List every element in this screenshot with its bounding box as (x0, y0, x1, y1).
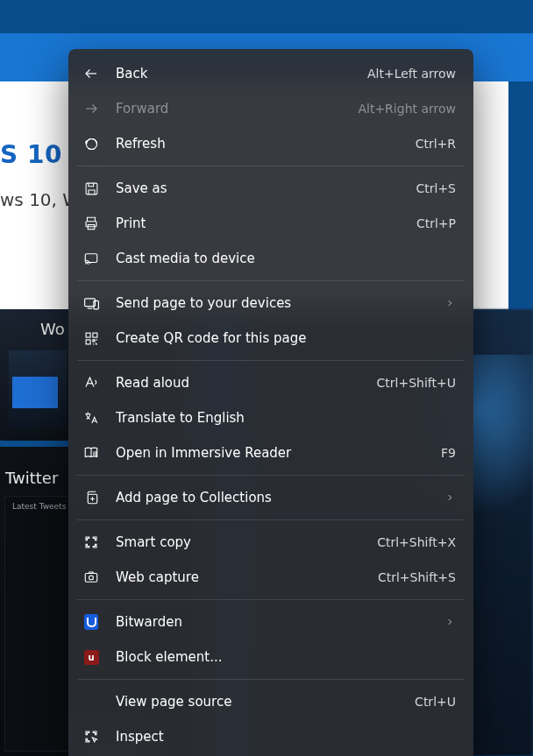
menu-cast[interactable]: Cast media to device (68, 241, 473, 276)
menu-print[interactable]: Print Ctrl+P (68, 206, 473, 241)
menu-immersive-reader[interactable]: Open in Immersive Reader F9 (68, 435, 473, 470)
svg-rect-6 (93, 300, 98, 309)
menu-smart-copy[interactable]: Smart copy Ctrl+Shift+X (68, 525, 473, 560)
devices-icon (82, 294, 100, 312)
menu-block-element[interactable]: u Block element... (68, 639, 473, 675)
menu-translate-label: Translate to English (116, 410, 456, 426)
menu-separator (77, 679, 465, 680)
cast-icon (82, 250, 100, 267)
svg-rect-8 (92, 333, 96, 337)
print-icon (82, 215, 100, 232)
menu-print-label: Print (116, 215, 406, 231)
menu-refresh-label: Refresh (116, 136, 405, 152)
menu-web-capture-label: Web capture (116, 569, 367, 585)
context-menu: Back Alt+Left arrow Forward Alt+Right ar… (68, 49, 473, 756)
menu-send-to-devices[interactable]: Send page to your devices (68, 286, 473, 321)
menu-save-as-shortcut: Ctrl+S (416, 181, 456, 195)
menu-bitwarden[interactable]: Bitwarden (68, 604, 473, 639)
svg-rect-9 (86, 339, 90, 343)
menu-back-label: Back (116, 66, 357, 81)
menu-send-label: Send page to your devices (116, 295, 435, 311)
svg-point-12 (89, 576, 94, 580)
menu-smart-copy-label: Smart copy (116, 534, 366, 550)
menu-block-label: Block element... (116, 649, 456, 665)
menu-view-source-shortcut: Ctrl+U (415, 695, 456, 709)
menu-bitwarden-label: Bitwarden (116, 614, 435, 630)
menu-add-to-collections[interactable]: Add page to Collections (68, 480, 473, 515)
menu-separator (77, 360, 465, 361)
menu-forward[interactable]: Forward Alt+Right arrow (68, 91, 473, 126)
menu-inspect-label: Inspect (116, 729, 456, 745)
menu-read-aloud-label: Read aloud (116, 375, 366, 391)
svg-rect-7 (86, 333, 90, 337)
blank-icon (82, 693, 100, 710)
menu-save-as-label: Save as (116, 180, 405, 196)
ublock-icon: u (82, 648, 100, 666)
svg-rect-0 (86, 183, 97, 194)
menu-read-aloud-shortcut: Ctrl+Shift+U (377, 376, 456, 390)
translate-icon (82, 409, 100, 427)
menu-view-source-label: View page source (116, 694, 404, 710)
menu-refresh[interactable]: Refresh Ctrl+R (68, 126, 473, 161)
menu-refresh-shortcut: Ctrl+R (416, 137, 456, 151)
menu-inspect[interactable]: Inspect (68, 719, 473, 754)
menu-qr-label: Create QR code for this page (116, 330, 456, 346)
svg-point-4 (85, 263, 87, 265)
menu-separator (77, 475, 465, 476)
menu-immersive-label: Open in Immersive Reader (116, 445, 430, 461)
menu-cast-label: Cast media to device (116, 251, 456, 266)
menu-separator (77, 519, 465, 520)
menu-collections-label: Add page to Collections (116, 490, 435, 505)
web-capture-icon (82, 569, 100, 586)
menu-qr-code[interactable]: Create QR code for this page (68, 321, 473, 356)
sidebar-panel-label: Wo (40, 320, 65, 338)
svg-rect-11 (85, 574, 97, 583)
collections-icon (82, 489, 100, 506)
tweets-subheading: Latest Tweets (12, 502, 66, 512)
menu-read-aloud[interactable]: Read aloud Ctrl+Shift+U (68, 365, 473, 400)
menu-web-capture[interactable]: Web capture Ctrl+Shift+S (68, 560, 473, 595)
chevron-right-icon (444, 616, 456, 628)
menu-back[interactable]: Back Alt+Left arrow (68, 56, 473, 91)
menu-save-as[interactable]: Save as Ctrl+S (68, 171, 473, 206)
chevron-right-icon (444, 491, 456, 504)
qr-code-icon (82, 329, 100, 347)
menu-separator (77, 280, 465, 281)
menu-translate[interactable]: Translate to English (68, 400, 473, 435)
tweets-heading-small: Twitter (5, 469, 58, 487)
save-icon (82, 180, 100, 197)
read-aloud-icon (82, 374, 100, 392)
sidebar-thumbnail (9, 350, 67, 427)
immersive-reader-icon (82, 444, 100, 462)
inspect-icon (82, 728, 100, 745)
chevron-right-icon (444, 297, 456, 309)
forward-arrow-icon (82, 100, 100, 117)
menu-immersive-shortcut: F9 (441, 446, 456, 460)
menu-print-shortcut: Ctrl+P (416, 216, 456, 230)
smart-copy-icon (82, 533, 100, 551)
menu-forward-shortcut: Alt+Right arrow (358, 102, 456, 116)
menu-view-source[interactable]: View page source Ctrl+U (68, 684, 473, 719)
back-arrow-icon (82, 65, 100, 82)
menu-separator (77, 166, 465, 166)
bitwarden-icon (82, 613, 100, 631)
menu-forward-label: Forward (116, 101, 347, 117)
menu-separator (77, 599, 465, 600)
menu-back-shortcut: Alt+Left arrow (367, 67, 456, 81)
refresh-icon (82, 135, 100, 152)
menu-smart-copy-shortcut: Ctrl+Shift+X (377, 535, 456, 549)
menu-web-capture-shortcut: Ctrl+Shift+S (378, 570, 456, 584)
